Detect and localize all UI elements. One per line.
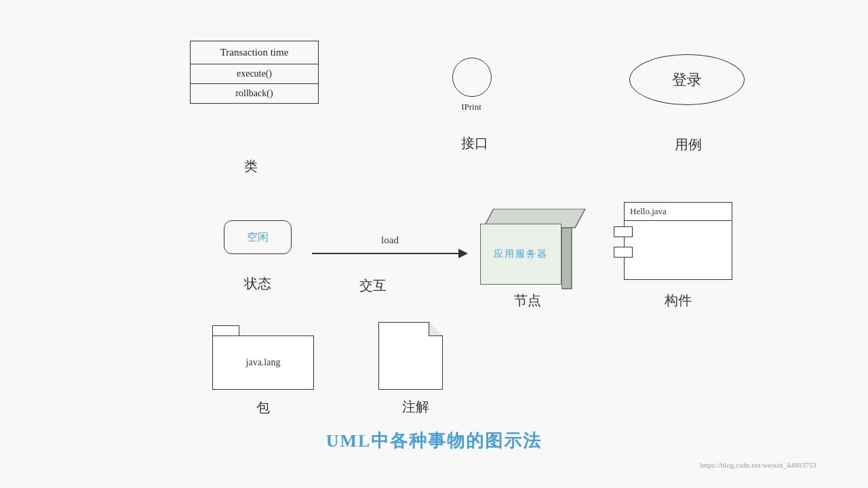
component-label: 构件 — [631, 291, 726, 310]
watermark: https://blog.csdn.net/weixin_44803753 — [700, 461, 816, 469]
interaction-arrow: load — [312, 235, 468, 258]
package-box: java.lang — [212, 336, 314, 390]
usecase-ellipse: 登录 — [629, 54, 745, 105]
class-method1: execute() — [191, 64, 318, 84]
package-container: java.lang — [212, 325, 314, 390]
class-title: Transaction time — [191, 41, 318, 64]
usecase-label: 用例 — [651, 136, 726, 154]
annotation-corner — [429, 323, 442, 336]
diagram-area: Transaction time execute() rollback() 类 … — [41, 20, 827, 474]
class-diagram: Transaction time execute() rollback() — [190, 41, 319, 104]
component-box: Hello.java — [624, 202, 732, 280]
arrow-head — [458, 249, 468, 258]
node-3d: 应用服务器 — [480, 209, 575, 283]
component-ports — [614, 226, 633, 258]
package-text: java.lang — [246, 357, 281, 368]
interface-label: 接口 — [448, 134, 502, 152]
node-label: 节点 — [480, 291, 575, 310]
state-label: 状态 — [224, 274, 292, 293]
component-port-1 — [614, 226, 633, 237]
svg-marker-1 — [561, 228, 572, 289]
main-container: Transaction time execute() rollback() 类 … — [0, 0, 868, 488]
node-text: 应用服务器 — [494, 248, 548, 260]
arrow-line — [312, 249, 468, 258]
interface-circle — [452, 58, 492, 97]
package-tab — [212, 325, 239, 336]
arrow-label: load — [381, 235, 399, 246]
annotation-label: 注解 — [385, 398, 446, 416]
annotation-shape — [378, 322, 443, 390]
class-method2: rollback() — [191, 84, 318, 103]
component-title: Hello.java — [625, 203, 732, 221]
node-container: 应用服务器 — [480, 209, 575, 283]
arrow-body — [312, 253, 458, 254]
state-text: 空闲 — [247, 230, 269, 245]
component-container: Hello.java — [624, 202, 732, 280]
class-label: 类 — [224, 157, 278, 176]
state-box: 空闲 — [224, 220, 292, 254]
usecase-text: 登录 — [672, 70, 702, 90]
annotation-container — [378, 322, 443, 390]
interface-name: IPrint — [444, 102, 498, 113]
interaction-label: 交互 — [339, 277, 407, 295]
bottom-title: UML中各种事物的图示法 — [326, 429, 542, 453]
component-port-2 — [614, 247, 633, 258]
node-front: 应用服务器 — [480, 224, 561, 285]
package-label: 包 — [219, 399, 307, 417]
